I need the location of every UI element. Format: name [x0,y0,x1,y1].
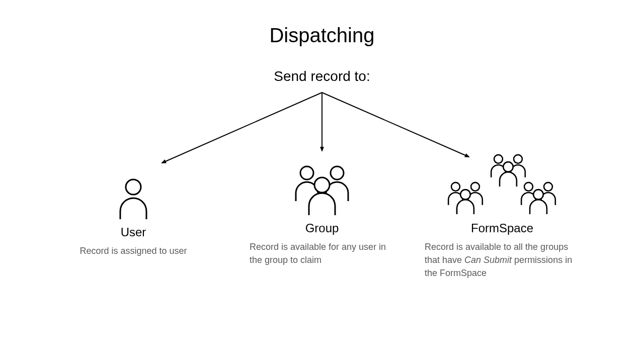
formspace-icon [422,152,583,217]
branch-user: User Record is assigned to user [58,161,209,257]
branch-formspace-label: FormSpace [422,221,583,235]
svg-point-11 [451,183,460,191]
branch-group: Group Record is available for any user i… [247,152,397,266]
svg-point-7 [314,177,330,193]
branch-user-desc: Record is assigned to user [58,244,209,257]
svg-point-4 [126,179,141,195]
formspace-desc-em: Can Submit [464,255,512,265]
branch-group-desc: Record is available for any user in the … [247,240,397,266]
svg-point-5 [300,166,313,179]
diagram-subtitle: Send record to: [0,68,644,84]
svg-point-9 [514,155,522,163]
branch-formspace: FormSpace Record is available to all the… [422,152,583,280]
group-icon [247,152,397,217]
branch-group-label: Group [247,221,397,235]
branch-user-label: User [58,225,209,239]
svg-point-16 [533,190,543,200]
svg-point-6 [331,166,344,179]
svg-point-10 [503,162,513,172]
svg-point-14 [524,183,533,191]
user-icon [58,161,209,221]
branch-formspace-desc: Record is available to all the groups th… [422,240,583,280]
svg-point-8 [494,155,503,163]
diagram-title: Dispatching [0,24,644,47]
svg-point-12 [471,183,479,191]
svg-line-3 [322,93,469,157]
svg-point-13 [460,190,470,200]
svg-point-15 [544,183,552,191]
